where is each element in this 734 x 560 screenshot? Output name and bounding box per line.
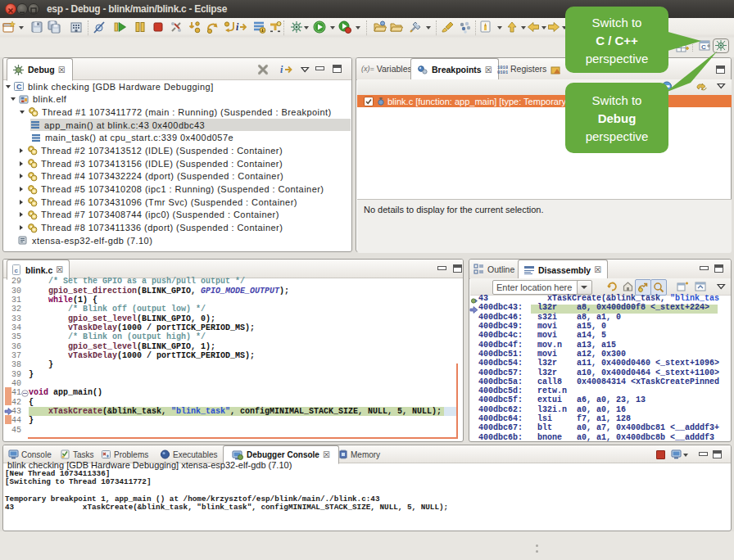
svg-text:c: c bbox=[15, 267, 19, 274]
